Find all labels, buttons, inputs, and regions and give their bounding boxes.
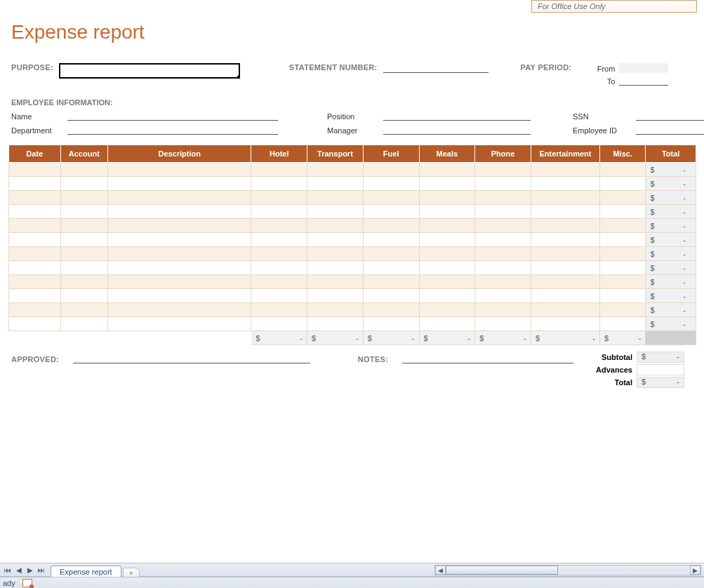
table-cell[interactable]: [419, 303, 475, 317]
table-cell[interactable]: [251, 177, 307, 191]
table-cell[interactable]: [531, 177, 599, 191]
table-cell[interactable]: [307, 247, 364, 261]
table-cell[interactable]: [307, 275, 364, 289]
table-cell[interactable]: [531, 205, 599, 219]
table-cell[interactable]: [307, 205, 364, 219]
table-cell[interactable]: [419, 191, 475, 205]
table-cell[interactable]: [251, 163, 307, 177]
nav-next-icon[interactable]: ▶: [25, 565, 35, 575]
table-cell[interactable]: [9, 261, 61, 275]
table-cell[interactable]: [419, 247, 475, 261]
table-cell[interactable]: [108, 261, 251, 275]
table-cell[interactable]: [419, 205, 475, 219]
table-cell[interactable]: [363, 317, 419, 331]
table-cell[interactable]: [108, 289, 251, 303]
table-cell[interactable]: [600, 261, 646, 275]
table-cell[interactable]: [60, 317, 107, 331]
table-cell[interactable]: [9, 247, 61, 261]
table-cell[interactable]: [363, 219, 419, 233]
empid-input[interactable]: [636, 125, 704, 135]
table-cell[interactable]: [531, 247, 599, 261]
table-cell[interactable]: [475, 177, 531, 191]
table-cell[interactable]: [108, 177, 251, 191]
table-cell[interactable]: [531, 303, 599, 317]
table-cell[interactable]: [363, 233, 419, 247]
table-cell[interactable]: [9, 303, 61, 317]
statement-number-input[interactable]: [383, 63, 489, 73]
table-cell[interactable]: [251, 289, 307, 303]
table-cell[interactable]: [108, 233, 251, 247]
table-cell[interactable]: [600, 233, 646, 247]
name-input[interactable]: [67, 111, 278, 121]
table-cell[interactable]: [531, 289, 599, 303]
table-cell[interactable]: [475, 303, 531, 317]
table-cell[interactable]: [108, 247, 251, 261]
table-cell[interactable]: [108, 317, 251, 331]
table-cell[interactable]: [251, 317, 307, 331]
table-cell[interactable]: [251, 275, 307, 289]
table-cell[interactable]: [251, 205, 307, 219]
table-cell[interactable]: [475, 219, 531, 233]
table-cell[interactable]: [9, 219, 61, 233]
table-cell[interactable]: [60, 163, 107, 177]
table-cell[interactable]: [9, 233, 61, 247]
table-cell[interactable]: [600, 303, 646, 317]
table-cell[interactable]: [60, 177, 107, 191]
new-sheet-button[interactable]: ✶: [123, 568, 140, 577]
table-cell[interactable]: [307, 303, 364, 317]
table-cell[interactable]: [251, 191, 307, 205]
table-cell[interactable]: [600, 317, 646, 331]
table-cell[interactable]: [600, 247, 646, 261]
table-cell[interactable]: [108, 191, 251, 205]
table-cell[interactable]: [363, 163, 419, 177]
table-cell[interactable]: [307, 191, 364, 205]
table-cell[interactable]: [9, 163, 61, 177]
table-cell[interactable]: [475, 247, 531, 261]
table-cell[interactable]: [419, 219, 475, 233]
table-cell[interactable]: [251, 247, 307, 261]
table-cell[interactable]: [475, 163, 531, 177]
table-cell[interactable]: [251, 233, 307, 247]
table-cell[interactable]: [363, 191, 419, 205]
table-cell[interactable]: [363, 247, 419, 261]
table-cell[interactable]: [600, 275, 646, 289]
table-cell[interactable]: [108, 205, 251, 219]
table-cell[interactable]: [600, 177, 646, 191]
table-cell[interactable]: [60, 289, 107, 303]
table-cell[interactable]: [475, 289, 531, 303]
approved-input[interactable]: [73, 354, 310, 363]
position-input[interactable]: [383, 111, 531, 121]
table-cell[interactable]: [9, 317, 61, 331]
table-cell[interactable]: [600, 163, 646, 177]
table-cell[interactable]: [108, 219, 251, 233]
table-cell[interactable]: [531, 191, 599, 205]
nav-last-icon[interactable]: ⏭: [36, 565, 46, 575]
table-cell[interactable]: [60, 219, 107, 233]
table-cell[interactable]: [60, 247, 107, 261]
table-cell[interactable]: [475, 317, 531, 331]
from-date-input[interactable]: [619, 63, 668, 73]
table-cell[interactable]: [419, 261, 475, 275]
table-cell[interactable]: [251, 261, 307, 275]
table-cell[interactable]: [9, 289, 61, 303]
table-cell[interactable]: [531, 219, 599, 233]
table-cell[interactable]: [600, 191, 646, 205]
table-cell[interactable]: [600, 205, 646, 219]
purpose-input[interactable]: [59, 63, 240, 79]
table-cell[interactable]: [9, 191, 61, 205]
table-cell[interactable]: [475, 191, 531, 205]
horizontal-scrollbar[interactable]: ◀ ▶: [434, 565, 701, 575]
to-date-input[interactable]: [619, 76, 668, 86]
table-cell[interactable]: [531, 233, 599, 247]
table-cell[interactable]: [600, 219, 646, 233]
nav-prev-icon[interactable]: ◀: [14, 565, 24, 575]
table-cell[interactable]: [531, 163, 599, 177]
macro-record-icon[interactable]: [22, 579, 32, 587]
table-cell[interactable]: [419, 177, 475, 191]
advances-input[interactable]: [637, 364, 684, 375]
table-cell[interactable]: [531, 275, 599, 289]
scroll-left-icon[interactable]: ◀: [435, 566, 446, 575]
table-cell[interactable]: [108, 303, 251, 317]
table-cell[interactable]: [307, 233, 364, 247]
table-cell[interactable]: [363, 303, 419, 317]
